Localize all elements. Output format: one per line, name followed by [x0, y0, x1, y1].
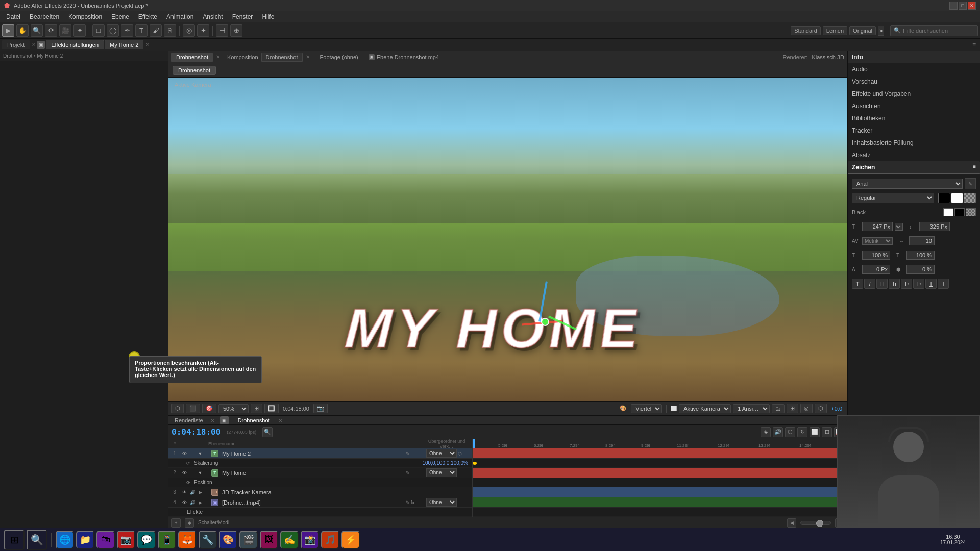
- learn-button[interactable]: Lernen: [823, 26, 847, 35]
- menu-animation[interactable]: Animation: [162, 12, 198, 21]
- snap-btn[interactable]: 🔳: [264, 404, 279, 413]
- taskbar-photoshop[interactable]: 🖼: [260, 531, 278, 549]
- panel-item-vorschau[interactable]: Vorschau: [848, 76, 980, 88]
- tool-align-center[interactable]: ⊕: [230, 24, 242, 37]
- taskbar-premiere[interactable]: 🎬: [239, 531, 258, 549]
- keyframe-1[interactable]: [473, 462, 477, 465]
- panel-item-audio[interactable]: Audio: [848, 63, 980, 76]
- font-size-input[interactable]: [862, 222, 893, 231]
- drohnenshot-icon[interactable]: ▣: [220, 416, 229, 424]
- tool-hand[interactable]: ✋: [16, 24, 29, 37]
- menu-hilfe[interactable]: Hilfe: [258, 12, 278, 21]
- layer-4-audio[interactable]: 🔊: [189, 499, 196, 506]
- tool-camera-orbit[interactable]: 🎥: [59, 24, 71, 37]
- fill-color-swatch[interactable]: [938, 193, 950, 203]
- layer-1-mode-select[interactable]: Ohne: [426, 449, 457, 458]
- leading-input[interactable]: [919, 222, 950, 231]
- start-button[interactable]: ⊞: [4, 530, 24, 550]
- layer-row-2[interactable]: 2 👁 ▼ T My Home ✎: [168, 468, 472, 478]
- menu-datei[interactable]: Datei: [2, 12, 24, 21]
- tracking-input[interactable]: [909, 236, 935, 245]
- kerning-select[interactable]: Metrik: [862, 237, 893, 245]
- fit-btn[interactable]: ⊞: [251, 404, 262, 413]
- quality-selector[interactable]: ViertelHalbVoll: [631, 404, 662, 413]
- tl-loop-btn[interactable]: ↻: [797, 427, 807, 437]
- tl-speed-btn[interactable]: ◀: [787, 518, 796, 528]
- fmt-underline[interactable]: T: [925, 279, 937, 289]
- layer-2-expand[interactable]: ▼: [197, 470, 203, 476]
- comp-tab-drohnenshot-2[interactable]: Drohnenshot: [261, 53, 303, 62]
- layer-2-eye[interactable]: 👁: [181, 469, 188, 477]
- show-desktop-btn[interactable]: [972, 530, 976, 550]
- tool-puppet[interactable]: ✦: [197, 24, 209, 37]
- tl-switch-btn[interactable]: ⊞: [822, 427, 832, 437]
- tool-text[interactable]: T: [135, 24, 148, 37]
- taskbar-files[interactable]: 📁: [76, 531, 94, 549]
- layer-row-3[interactable]: 3 👁 🔊 ▶ 3D 3D-Tracker-Kamera: [168, 487, 472, 497]
- sub-skalierung-value[interactable]: 100,0,100,0,100,0%: [422, 460, 472, 466]
- preview-comp-tab[interactable]: Drohnenshot: [173, 66, 216, 75]
- drohnenshot-close[interactable]: ✕: [278, 418, 282, 423]
- taskbar-tool1[interactable]: 🔧: [199, 531, 217, 549]
- tl-tab-renderliste[interactable]: Renderliste: [172, 416, 206, 424]
- view-layers-btn[interactable]: ⊞: [787, 404, 798, 413]
- playhead[interactable]: [473, 439, 475, 448]
- track-bar-2[interactable]: [473, 468, 847, 478]
- taskbar-edge[interactable]: 🌐: [56, 531, 74, 549]
- zoom-selector[interactable]: 50%100%25%: [218, 404, 249, 413]
- panel-item-ausrichten[interactable]: Ausrichten: [848, 100, 980, 112]
- minimize-button[interactable]: ─: [949, 2, 958, 10]
- fmt-bold[interactable]: T: [852, 279, 863, 289]
- layer-4-expand[interactable]: ▶: [197, 499, 203, 506]
- taskbar-extra[interactable]: ⚡: [341, 531, 360, 549]
- fmt-sup[interactable]: Ts: [901, 279, 912, 289]
- menu-ebene[interactable]: Ebene: [107, 12, 133, 21]
- view-render-btn[interactable]: ◎: [800, 404, 813, 413]
- fmt-italic[interactable]: T: [864, 279, 875, 289]
- timeline-current-time[interactable]: 0:04:18:00: [172, 427, 220, 437]
- layer-1-expand[interactable]: ▼: [197, 450, 203, 457]
- v-scale-input[interactable]: [906, 251, 935, 260]
- tab-projekt[interactable]: Projekt: [2, 40, 30, 49]
- workspace-selector[interactable]: Standard: [791, 26, 821, 35]
- panel-menu-btn[interactable]: ≡: [970, 41, 978, 48]
- original-button[interactable]: Original: [849, 26, 876, 35]
- toolbar-expand[interactable]: »: [878, 26, 884, 36]
- zeichen-menu-icon[interactable]: ≡: [973, 164, 976, 169]
- taskbar-messaging[interactable]: 💬: [137, 531, 156, 549]
- preview-3d-btn[interactable]: 🎯: [202, 404, 216, 413]
- track-bar-1[interactable]: [473, 448, 847, 459]
- tool-zoom[interactable]: 🔍: [31, 24, 43, 37]
- tsume-input[interactable]: [906, 265, 935, 274]
- layer-row-1[interactable]: 1 👁 ▼ T My Home 2 ✎: [168, 448, 472, 459]
- tl-marker-btn[interactable]: ◆: [185, 518, 194, 528]
- tool-rotate[interactable]: ⟳: [45, 24, 57, 37]
- track-bar-4[interactable]: [473, 497, 847, 508]
- view-selector[interactable]: 1 Ansi…: [733, 404, 770, 413]
- taskbar-me[interactable]: 🎵: [321, 531, 339, 549]
- menu-fenster[interactable]: Fenster: [228, 12, 257, 21]
- tool-pen[interactable]: ✒: [121, 24, 133, 37]
- sub-position-icon[interactable]: ⟳: [185, 479, 192, 486]
- layer-1-3d[interactable]: ⬡: [458, 451, 462, 456]
- stroke-color-swatch[interactable]: [951, 193, 963, 203]
- tl-tab-drohnenshot[interactable]: Drohnenshot: [235, 416, 273, 424]
- baseline-input[interactable]: [862, 265, 890, 274]
- transparent-swatch-2[interactable]: [966, 208, 976, 216]
- font-family-select[interactable]: Arial: [852, 179, 963, 189]
- tool-brush[interactable]: 🖌: [150, 24, 162, 37]
- tl-solo-btn[interactable]: ◈: [761, 427, 771, 437]
- comp-tab-2-close[interactable]: ✕: [306, 54, 310, 60]
- font-edit-btn[interactable]: ✎: [965, 178, 976, 189]
- tool-align-left[interactable]: ⊣: [216, 24, 228, 37]
- taskbar-ae[interactable]: 🎨: [219, 531, 237, 549]
- layer-1-eye[interactable]: 👁: [181, 450, 188, 457]
- search-box[interactable]: 🔍: [890, 25, 978, 36]
- tl-search-btn[interactable]: 🔍: [262, 427, 273, 437]
- panel-item-tracker[interactable]: Tracker: [848, 124, 980, 137]
- tl-frame-btn[interactable]: ⬜: [810, 427, 820, 437]
- panel-item-inhalt[interactable]: Inhaltsbasierte Füllung: [848, 137, 980, 149]
- panel-item-bibliotheken[interactable]: Bibliotheken: [848, 112, 980, 124]
- tool-selection[interactable]: ▶: [2, 24, 14, 37]
- layer-4-fx[interactable]: fx: [411, 500, 414, 505]
